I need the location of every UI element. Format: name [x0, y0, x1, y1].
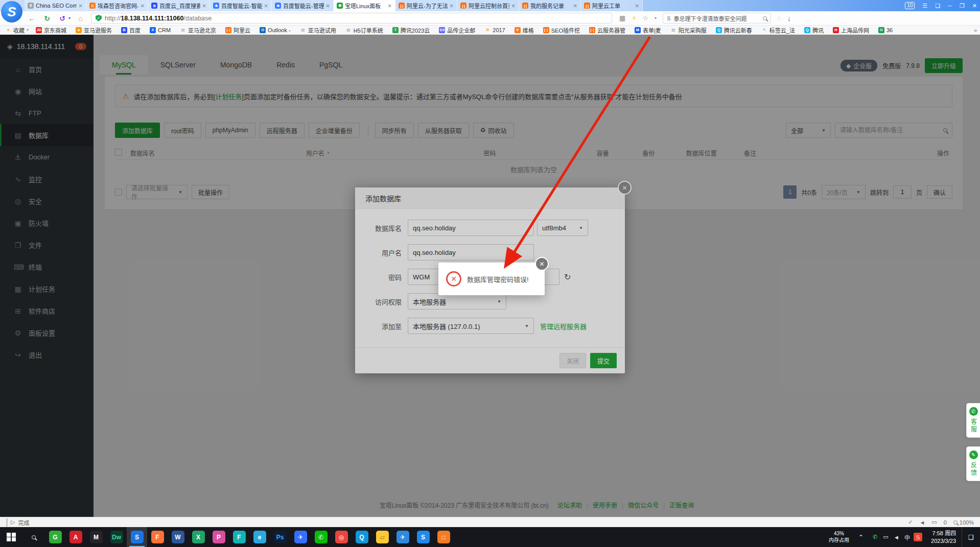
sogou-logo[interactable]: S — [1, 1, 22, 22]
tab-close-icon[interactable]: ✕ — [511, 3, 516, 9]
home-icon[interactable]: ⌂ — [76, 14, 86, 22]
bookmark-item[interactable]: ⚙ 2017 — [484, 27, 507, 33]
taskbar-app-button[interactable]: W — [168, 527, 188, 547]
check-icon[interactable]: ✓ — [908, 519, 913, 526]
browser-tab[interactable]: B 百度云_百度搜索 ✕ — [148, 0, 210, 11]
bookmark-item[interactable]: [-] 云服务器管 — [589, 26, 627, 34]
tray-icon[interactable]: ✆ — [871, 533, 879, 541]
bookmark-item[interactable]: ▤ 亚马逊北京 — [180, 26, 218, 34]
memory-widget[interactable]: 43% 内存占用 — [824, 531, 854, 543]
bookmark-item[interactable]: ▤ 阳光采购服 — [670, 26, 709, 34]
undo-icon[interactable]: ↺ — [57, 14, 67, 22]
floating-helper-button[interactable]: ✎ 反馈 — [966, 446, 980, 481]
maximize-button[interactable]: ❐ — [960, 3, 965, 9]
search-icon[interactable] — [763, 16, 767, 20]
blocked-count[interactable]: 0 — [944, 519, 947, 526]
close-button[interactable]: ✕ — [972, 3, 977, 9]
browser-tab[interactable]: C 埃森哲咨询官网-数 ✕ — [86, 0, 148, 11]
taskbar-app-button[interactable]: ✆ — [311, 527, 331, 547]
tab-close-icon[interactable]: ✕ — [573, 3, 577, 9]
star-icon[interactable]: ☆ — [642, 14, 648, 22]
undo-caret-icon[interactable]: ▾ — [68, 16, 71, 20]
taskbar-app-button[interactable]: □ — [433, 527, 454, 547]
bookmark-item[interactable]: M 表单|麦 — [635, 26, 663, 34]
tab-close-icon[interactable]: ✕ — [450, 3, 454, 9]
taskbar-app-button[interactable]: G — [45, 527, 65, 547]
tab-count-badge[interactable]: 10 — [905, 2, 915, 9]
bookmark-item[interactable]: T 腾讯2023云 — [392, 26, 432, 34]
bookmark-item[interactable]: ▤ H5订单系统 — [345, 26, 385, 34]
browser-tab[interactable]: [-] 阿里云-为了无法计 ✕ — [395, 0, 457, 11]
bookmark-item[interactable]: Q 腾讯云新春 — [716, 26, 754, 34]
start-button[interactable] — [0, 527, 22, 547]
floating-helper-button[interactable]: ✆ 客服 — [966, 403, 980, 438]
taskbar-app-button[interactable]: X — [188, 527, 208, 547]
action-center-icon[interactable]: ❑ — [962, 527, 980, 547]
bookmark-item[interactable]: X CRM — [150, 27, 173, 33]
bookmark-item[interactable]: [-] SEO插件挖 — [543, 26, 582, 34]
taskbar-app-button[interactable]: A — [65, 527, 86, 547]
bookmark-item[interactable]: O 36 — [878, 27, 895, 33]
browser-tab[interactable]: [-] 我的服务记录 ✕ — [519, 0, 581, 11]
bookmark-item[interactable]: JD 京东商城 — [36, 26, 68, 34]
tab-close-icon[interactable]: ✕ — [326, 3, 330, 9]
tab-close-icon[interactable]: ✕ — [264, 3, 268, 9]
taskbar-app-button[interactable]: F — [147, 527, 168, 547]
bookmark-item[interactable]: H 上海品传网 — [833, 26, 871, 34]
taskbar-app-button[interactable]: P — [208, 527, 229, 547]
window-icon[interactable]: ▭ — [931, 519, 937, 526]
star-caret-icon[interactable]: ▾ — [655, 16, 657, 20]
toast-close-icon[interactable]: ✕ — [535, 257, 549, 271]
taskbar-app-button[interactable]: ◎ — [331, 527, 352, 547]
bookmark-item[interactable]: ✎ 标签云_法 — [761, 26, 797, 34]
taskbar-app-button[interactable]: ✈ — [290, 527, 311, 547]
bookmark-item[interactable]: O Outlook - — [260, 27, 293, 33]
taskbar-app-button[interactable]: ✈ — [392, 527, 413, 547]
taskbar-app-button[interactable]: ▱ — [372, 527, 392, 547]
bookmark-item[interactable]: Q 腾讯 — [804, 26, 826, 34]
speaker-icon[interactable]: ◄ — [919, 519, 925, 526]
bookmark-item[interactable]: B 百度 — [121, 26, 143, 34]
taskbar-app-button[interactable]: S — [413, 527, 433, 547]
tray-icon[interactable]: 中 — [903, 533, 912, 541]
zoom-control[interactable]: 100% — [953, 519, 974, 526]
bookmark-item[interactable]: [-] 阿里云 — [225, 26, 252, 34]
bookmark-item[interactable]: ▤ 亚马逊试用 — [300, 26, 338, 34]
bookmarks-overflow-icon[interactable]: » — [974, 27, 977, 33]
qr-icon[interactable]: ▦ — [619, 14, 625, 22]
bookmark-item[interactable]: V 维格 — [515, 26, 536, 34]
browser-tab[interactable]: [-] 阿里云控制台首页 ✕ — [457, 0, 519, 11]
back-icon[interactable]: ← — [27, 14, 37, 22]
download-icon[interactable]: ↓ — [787, 14, 791, 22]
tray-expand-icon[interactable]: ⌃ — [854, 534, 868, 541]
minimize-button[interactable]: ─ — [948, 3, 952, 9]
tab-close-icon[interactable]: ✕ — [141, 3, 145, 9]
lightning-icon[interactable]: ⚡ — [632, 14, 636, 22]
taskbar-app-button[interactable]: F — [229, 527, 249, 547]
taskbar-app-button[interactable]: S — [127, 527, 147, 547]
bookmark-item[interactable]: ★ 收藏 ▾ — [5, 26, 29, 34]
taskbar-search-button[interactable] — [22, 527, 45, 547]
tray-icon[interactable]: S — [914, 533, 922, 541]
address-bar[interactable]: ✓ http://18.138.114.111:11060/database — [91, 13, 612, 23]
browser-tab[interactable]: [-] 阿里云工单 ✕ — [581, 0, 643, 11]
taskbar-app-button[interactable]: e — [249, 527, 270, 547]
menu-icon[interactable]: ☰ — [922, 3, 927, 9]
taskbar-app-button[interactable]: Dw — [106, 527, 127, 547]
tray-icon[interactable]: ▭ — [881, 533, 890, 541]
skin-icon[interactable]: ◌ — [777, 14, 781, 22]
browser-tab[interactable]: ⬢ 宝塔Linux面板 ✕ — [334, 0, 395, 11]
browser-tab[interactable]: ◉ 百度智能云-管理中 ✕ — [272, 0, 334, 11]
tab-close-icon[interactable]: ✕ — [388, 3, 392, 9]
tab-close-icon[interactable]: ✕ — [79, 3, 83, 9]
search-box[interactable]: S 泰总理下令澄清旅泰安全问题 — [663, 13, 771, 23]
tab-close-icon[interactable]: ✕ — [202, 3, 206, 9]
bookmark-item[interactable]: D3 品传企业邮 — [439, 26, 477, 34]
taskbar-app-button[interactable]: M — [86, 527, 106, 547]
bookmark-item[interactable]: a 亚马逊服务 — [76, 26, 114, 34]
workspace-icon[interactable]: ❏ — [935, 3, 940, 9]
clock[interactable]: 7:58 周四 2023/3/23 — [925, 530, 962, 545]
tray-icon[interactable]: ◄ — [892, 533, 901, 541]
refresh-icon[interactable]: ↻ — [42, 14, 52, 22]
browser-tab[interactable]: ≣ China SEO Comp ✕ — [25, 0, 86, 11]
